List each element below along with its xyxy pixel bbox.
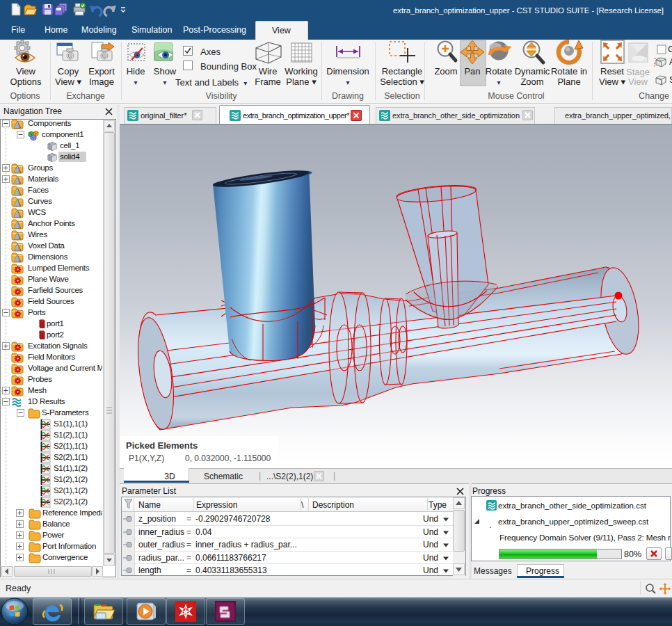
svg-text:A: A	[669, 56, 672, 67]
svg-text:G: G	[668, 44, 672, 54]
svg-text:S: S	[669, 74, 672, 85]
